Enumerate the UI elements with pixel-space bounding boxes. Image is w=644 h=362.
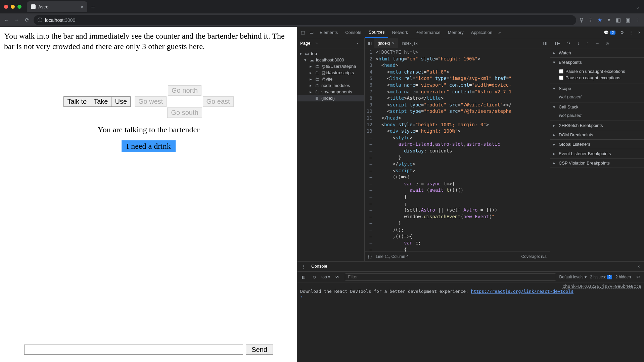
tabs-overflow-icon[interactable]: ⌄ — [636, 4, 640, 10]
editor-tab-close-icon[interactable]: × — [392, 41, 395, 46]
tab-close-icon[interactable]: × — [81, 4, 83, 9]
bookmark-star-icon[interactable]: ★ — [597, 17, 602, 23]
console-levels[interactable]: Default levels ▾ — [559, 275, 587, 279]
go-north-button[interactable]: Go north — [168, 85, 201, 96]
editor-tab-indexjsx[interactable]: index.jsx — [399, 38, 421, 48]
navigator-menu-icon[interactable]: ⋮ — [353, 41, 362, 46]
console-prompt[interactable]: › — [300, 294, 641, 299]
console-link[interactable]: https://reactjs.org/link/react-devtools — [471, 289, 573, 294]
sidepanel-icon[interactable]: ◧ — [616, 17, 621, 23]
window-minimize-icon[interactable] — [11, 5, 15, 9]
code-view[interactable]: 1 2 3 4 5 6 7 8 9 10 11 12 13 — — — — — … — [365, 48, 550, 252]
tab-memory[interactable]: Memory — [445, 27, 467, 38]
send-button[interactable]: Send — [246, 345, 273, 355]
tree-folder-2[interactable]: ▸🗀@vite — [297, 76, 364, 82]
window-maximize-icon[interactable] — [17, 5, 21, 9]
toggle-navigator-icon[interactable]: ◧ — [366, 41, 374, 46]
navigator-more-icon[interactable]: » — [313, 41, 319, 46]
live-expression-icon[interactable]: 👁 — [333, 275, 341, 279]
section-watch[interactable]: Watch — [550, 48, 644, 57]
section-scope[interactable]: Scope — [550, 84, 644, 93]
new-tab-button[interactable]: ＋ — [90, 3, 96, 11]
console-drawer-menu-icon[interactable]: ⋮ — [300, 264, 308, 269]
console-issues[interactable]: 2 Issues: 2 — [590, 275, 612, 279]
tree-top[interactable]: ▾▭top — [297, 50, 364, 57]
zoom-icon[interactable]: ⚲ — [580, 17, 584, 23]
tree-host[interactable]: ▾☁localhost:3000 — [297, 57, 364, 63]
navigator-tab-page[interactable]: Page — [300, 41, 310, 46]
console-context[interactable]: top ▾ — [321, 275, 330, 279]
section-evtlistener[interactable]: Event Listener Breakpoints — [550, 149, 644, 158]
folder-icon: 🗀 — [315, 70, 319, 75]
pretty-print-icon[interactable]: { } — [368, 254, 372, 259]
settings-gear-icon[interactable]: ⚙ — [618, 30, 626, 35]
tree-folder-1[interactable]: ▸🗀@id/astro:scripts — [297, 70, 364, 76]
step-over-icon[interactable]: ↷ — [565, 41, 572, 46]
step-out-icon[interactable]: ↑ — [584, 41, 591, 46]
inspect-element-icon[interactable]: ⬚ — [299, 30, 307, 35]
tab-performance[interactable]: Performance — [412, 27, 444, 38]
tab-application[interactable]: Application — [468, 27, 496, 38]
go-west-button[interactable]: Go west — [135, 96, 167, 107]
use-button[interactable]: Use — [111, 96, 131, 107]
go-east-button[interactable]: Go east — [203, 96, 234, 107]
bp-uncaught-checkbox[interactable]: Pause on uncaught exceptions — [559, 68, 641, 75]
step-into-icon[interactable]: ↓ — [575, 41, 582, 46]
kebab-menu-icon[interactable]: ⋮ — [635, 17, 641, 23]
callstack-not-paused: Not paused — [550, 111, 644, 121]
section-csp[interactable]: CSP Violation Breakpoints — [550, 159, 644, 168]
console-drawer-tab[interactable]: Console — [308, 262, 331, 271]
section-callstack[interactable]: Call Stack — [550, 102, 644, 111]
address-bar[interactable]: ⓘ localhost:3000 — [34, 15, 576, 25]
tree-folder-0[interactable]: ▸🗀@fs/Users/stepha — [297, 63, 364, 70]
extensions-icon[interactable]: ✦ — [607, 17, 611, 23]
site-info-icon[interactable]: ⓘ — [38, 17, 42, 23]
step-icon[interactable]: → — [593, 41, 601, 46]
more-tabs-icon[interactable]: » — [496, 30, 503, 35]
clear-console-icon[interactable]: ⊘ — [311, 275, 318, 279]
browser-tab[interactable]: Astro × — [27, 1, 87, 12]
take-button[interactable]: Take — [90, 96, 111, 107]
traffic-lights — [4, 5, 21, 9]
tab-sources[interactable]: Sources — [365, 27, 388, 38]
console-drawer-close-icon[interactable]: × — [635, 264, 642, 269]
section-breakpoints[interactable]: Breakpoints — [550, 58, 644, 67]
tab-network[interactable]: Network — [389, 27, 412, 38]
profile-icon[interactable]: ▣ — [626, 17, 631, 23]
bp-caught-checkbox[interactable]: Pause on caught exceptions — [559, 75, 641, 81]
section-dom[interactable]: DOM Breakpoints — [550, 130, 644, 139]
forward-button[interactable]: → — [13, 17, 20, 23]
section-xhr[interactable]: XHR/fetch Breakpoints — [550, 121, 644, 130]
tree-folder-3[interactable]: ▸🗀node_modules — [297, 82, 364, 89]
share-icon[interactable]: ⇪ — [588, 17, 593, 23]
window-close-icon[interactable] — [4, 5, 8, 9]
tree-file-index[interactable]: 🗎(index) — [297, 95, 364, 101]
go-south-button[interactable]: Go south — [167, 107, 202, 118]
url-host: localhost — [45, 17, 63, 23]
verb-buttons: Talk to Take Use — [63, 96, 131, 107]
tab-console[interactable]: Console — [342, 27, 365, 38]
device-toolbar-icon[interactable]: ▭ — [308, 30, 316, 35]
debugger-sidebar: ▮▶ ↷ ↓ ↑ → ⦸ Watch Breakpoints Pause on … — [550, 38, 644, 261]
section-global[interactable]: Global Listeners — [550, 140, 644, 149]
pause-resume-icon[interactable]: ▮▶ — [552, 41, 562, 46]
tab-elements[interactable]: Elements — [316, 27, 341, 38]
reload-button[interactable]: ⟳ — [24, 17, 30, 23]
editor-tab-index[interactable]: (index) × — [374, 38, 398, 48]
devtools-menu-icon[interactable]: ⋮ — [627, 30, 635, 35]
tree-folder-4[interactable]: ▸🗀src/components — [297, 89, 364, 95]
narration-text: You walk into the bar and immediately se… — [4, 31, 293, 52]
issues-indicator[interactable]: 💬 2 — [602, 30, 617, 35]
scope-not-paused: Not paused — [550, 93, 644, 102]
issues-count: 2 — [610, 31, 615, 35]
console-settings-icon[interactable]: ⚙ — [634, 275, 642, 279]
console-sidebar-icon[interactable]: ◧ — [300, 275, 307, 279]
deactivate-breakpoints-icon[interactable]: ⦸ — [604, 41, 611, 46]
console-filter-input[interactable] — [345, 273, 556, 281]
talk-to-button[interactable]: Talk to — [63, 96, 90, 107]
back-button[interactable]: ← — [3, 17, 10, 23]
toggle-sidebar-icon[interactable]: ◨ — [541, 41, 549, 46]
devtools-close-icon[interactable]: × — [636, 30, 643, 35]
chat-input[interactable] — [24, 345, 243, 355]
dialog-option-1[interactable]: I need a drink — [122, 140, 176, 152]
